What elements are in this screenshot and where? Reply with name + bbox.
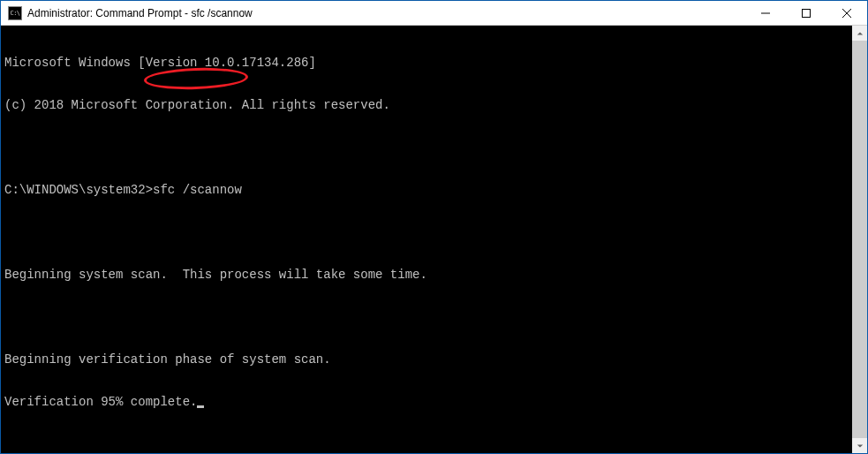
chevron-down-icon xyxy=(857,443,864,450)
command-prompt-window: C:\ Administrator: Command Prompt - sfc … xyxy=(0,0,868,454)
terminal-output[interactable]: Microsoft Windows [Version 10.0.17134.28… xyxy=(1,26,852,453)
term-line: Beginning system scan. This process will… xyxy=(4,268,849,282)
titlebar[interactable]: C:\ Administrator: Command Prompt - sfc … xyxy=(1,1,867,26)
annotation-oval xyxy=(144,66,249,91)
content-area: Microsoft Windows [Version 10.0.17134.28… xyxy=(1,26,867,453)
scroll-down-button[interactable] xyxy=(852,438,867,453)
close-icon xyxy=(842,9,851,18)
term-line: C:\WINDOWS\system32>sfc /scannow xyxy=(4,183,849,197)
term-line: (c) 2018 Microsoft Corporation. All righ… xyxy=(4,98,849,112)
term-line: Beginning verification phase of system s… xyxy=(4,352,849,367)
svg-rect-1 xyxy=(803,9,811,17)
terminal-cursor xyxy=(197,405,204,408)
term-line xyxy=(4,310,849,324)
minimize-icon xyxy=(761,9,770,18)
vertical-scrollbar[interactable] xyxy=(852,26,867,453)
maximize-icon xyxy=(802,9,811,18)
term-line: Microsoft Windows [Version 10.0.17134.28… xyxy=(4,56,849,70)
term-line xyxy=(4,140,849,155)
cmd-icon: C:\ xyxy=(8,6,22,20)
window-controls xyxy=(745,1,867,25)
minimize-button[interactable] xyxy=(745,1,786,25)
scroll-track[interactable] xyxy=(852,41,867,438)
scroll-up-button[interactable] xyxy=(852,26,867,41)
maximize-button[interactable] xyxy=(786,1,826,25)
window-title: Administrator: Command Prompt - sfc /sca… xyxy=(27,7,253,19)
term-line xyxy=(4,225,849,239)
chevron-up-icon xyxy=(857,30,864,37)
term-line: Verification 95% complete. xyxy=(4,395,849,409)
close-button[interactable] xyxy=(826,1,867,25)
scroll-thumb[interactable] xyxy=(852,41,867,438)
